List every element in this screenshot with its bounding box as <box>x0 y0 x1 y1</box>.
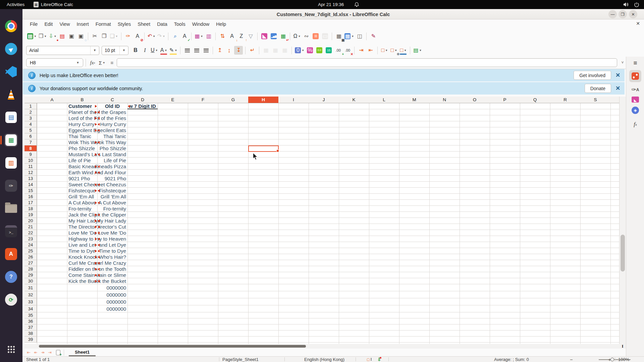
clone-formatting-icon[interactable]: ✑ <box>124 32 132 41</box>
insert-image-icon[interactable]: ◣ <box>260 32 269 41</box>
columns-icon[interactable]: ▥ <box>204 32 213 41</box>
cell-B28[interactable]: Fiddler on the Tooth <box>67 266 97 272</box>
add-sheet-icon[interactable] <box>56 350 60 355</box>
column-header-partial[interactable] <box>610 97 619 103</box>
row-header-26[interactable]: 26 <box>24 254 37 260</box>
name-box[interactable]: H8▼ <box>26 58 83 67</box>
cell-C28[interactable]: Fiddler on the Tooth <box>97 266 127 272</box>
cell-C11[interactable]: Basic Kneads Pizza <box>97 164 127 170</box>
menu-edit[interactable]: Edit <box>41 19 56 28</box>
sheet-tab-sheet1[interactable]: Sheet1 <box>69 349 96 356</box>
previous-sheet-icon[interactable]: ↞ <box>32 350 39 355</box>
unmerge-cells-icon[interactable]: ▦ <box>280 46 289 55</box>
vlc-icon[interactable] <box>4 88 18 101</box>
row-header-3[interactable]: 3 <box>24 115 37 121</box>
maximize-button[interactable]: ❐ <box>619 10 627 18</box>
row-header-27[interactable]: 27 <box>24 260 37 266</box>
gimp-icon[interactable]: ✑ <box>4 179 18 192</box>
cell-B26[interactable]: Knock Knock Who's Hair? <box>67 254 97 260</box>
delete-decimal-icon[interactable]: .00✕ <box>343 46 352 55</box>
spreadsheet-grid[interactable]: ABCDEFGHIJKLMNOPQRS1CustomersOld IDw 7 D… <box>24 97 619 344</box>
cell-C31[interactable]: 0000000 <box>97 284 127 291</box>
volume-icon[interactable] <box>623 0 629 9</box>
cell-C18[interactable]: Fro-ternity <box>97 206 127 212</box>
wrap-text-icon[interactable]: ↵ <box>248 46 257 55</box>
cell-B16[interactable]: Grill 'Em All <box>67 194 97 200</box>
merge-and-center-cells-icon[interactable]: ▦ <box>262 46 270 55</box>
cell-C14[interactable]: Sweet Cheezus <box>97 182 127 188</box>
cell-B23[interactable]: Highway to Heaven <box>67 236 97 242</box>
select-all-corner[interactable] <box>24 97 37 103</box>
rows-icon[interactable]: ▦▼ <box>194 32 204 41</box>
merge-cells-icon[interactable]: ▦ <box>271 46 280 55</box>
format-number-icon[interactable]: 0.0 <box>315 46 324 55</box>
next-sheet-icon[interactable]: ↠ <box>39 350 46 355</box>
cell-C32[interactable]: 0000000 <box>97 291 127 298</box>
cell-B29[interactable]: Come Stain or Slime <box>67 272 97 278</box>
cell-B12[interactable]: Earth Wind And Flour <box>67 170 97 176</box>
libreoffice-calc-icon[interactable]: ▦ <box>4 133 18 147</box>
menu-sheet[interactable]: Sheet <box>134 19 154 28</box>
align-bottom-icon[interactable]: ↧ <box>234 46 243 55</box>
row-header-1[interactable]: 1 <box>24 103 37 109</box>
cell-B2[interactable]: Planet of the Grapes <box>67 109 97 115</box>
sidebar-gallery-icon[interactable]: ◣ <box>626 97 644 103</box>
zoom-out-icon[interactable]: − <box>570 357 573 362</box>
row-header-25[interactable]: 25 <box>24 248 37 254</box>
row-header-31[interactable]: 31 <box>24 284 37 291</box>
document-modified-icon[interactable]: ⇩ <box>377 357 381 362</box>
export-pdf-icon[interactable]: ▤ <box>58 32 67 41</box>
column-header-R[interactable]: R <box>550 97 580 103</box>
row-header-38[interactable]: 38 <box>24 330 37 337</box>
row-header-2[interactable]: 2 <box>24 109 37 115</box>
help-icon[interactable]: ? <box>4 270 18 284</box>
row-header-18[interactable]: 18 <box>24 206 37 212</box>
row-header-7[interactable]: 7 <box>24 139 37 145</box>
column-header-A[interactable]: A <box>37 97 67 103</box>
row-header-24[interactable]: 24 <box>24 242 37 248</box>
cell-B13[interactable]: 9021 Pho <box>67 176 97 182</box>
font-size-combo[interactable]: 10 pt▼ <box>102 46 128 55</box>
cell-B17[interactable]: A Cut Above <box>67 200 97 206</box>
formula-input[interactable] <box>117 58 617 67</box>
cell-C27[interactable]: Curl Me Crazy <box>97 260 127 266</box>
clock[interactable]: Apr 21 19:36 <box>318 0 344 9</box>
sort-ascending-icon[interactable]: A↓ <box>227 32 236 41</box>
italic-icon[interactable]: I <box>141 46 149 55</box>
hyperlink-icon[interactable]: ∾ <box>302 32 311 41</box>
row-header-39[interactable]: 39 <box>24 337 37 343</box>
cell-C34[interactable]: 0000000 <box>97 305 127 312</box>
column-header-B[interactable]: B <box>67 97 97 103</box>
highlighting-color-icon[interactable]: ✎▼ <box>169 46 178 55</box>
cell-C7[interactable]: Wok This Way <box>97 139 127 145</box>
minimize-button[interactable]: — <box>608 10 617 18</box>
menu-styles[interactable]: Styles <box>114 19 135 28</box>
align-top-icon[interactable]: ↥ <box>215 46 224 55</box>
row-header-8[interactable]: 8 <box>24 145 37 152</box>
menu-insert[interactable]: Insert <box>73 19 92 28</box>
print-icon[interactable]: ▣ <box>67 32 76 41</box>
cell-B15[interactable]: Fishstecque <box>67 188 97 194</box>
row-header-6[interactable]: 6 <box>24 133 37 139</box>
cell-B6[interactable]: Thai Tanic <box>67 133 97 139</box>
copy-icon[interactable]: ❐ <box>100 32 109 41</box>
border-color-icon[interactable]: □▼ <box>399 46 408 55</box>
sidebar-navigator-icon[interactable]: ◈ <box>626 107 644 114</box>
cell-B24[interactable]: Live and Let Dye <box>67 242 97 248</box>
software-updater-icon[interactable]: ⟳ <box>4 293 18 306</box>
cell-B11[interactable]: Basic Kneads Pizza <box>67 164 97 170</box>
row-header-23[interactable]: 23 <box>24 236 37 242</box>
cell-B19[interactable]: Jack the Clipper <box>67 212 97 218</box>
menu-file[interactable]: File <box>26 19 41 28</box>
row-header-13[interactable]: 13 <box>24 176 37 182</box>
row-header-35[interactable]: 35 <box>24 312 37 318</box>
undo-icon[interactable]: ↶▼ <box>147 32 156 41</box>
row-header-29[interactable]: 29 <box>24 272 37 278</box>
vertical-scrollbar-thumb[interactable] <box>621 235 625 272</box>
row-header-17[interactable]: 17 <box>24 200 37 206</box>
new-spreadsheet-icon[interactable]: ▦▼ <box>26 32 37 41</box>
print-preview-icon[interactable]: ▣◌ <box>77 32 86 41</box>
column-header-F[interactable]: F <box>188 97 218 103</box>
cell-C10[interactable]: Life of Pie <box>97 158 127 164</box>
font-color-icon[interactable]: A▼ <box>159 46 168 55</box>
